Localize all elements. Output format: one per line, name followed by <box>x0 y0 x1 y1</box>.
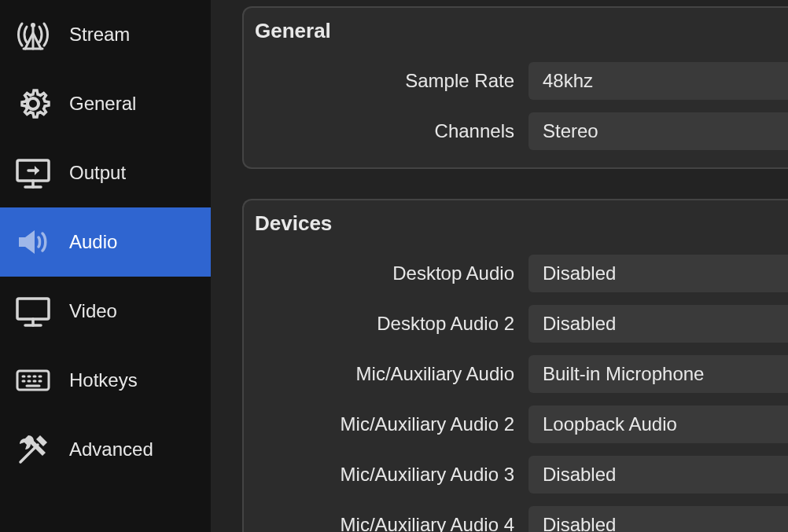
mic-aux-audio-select[interactable]: Built-in Microphone <box>528 355 788 393</box>
setting-row: Sample Rate 48khz <box>244 56 788 106</box>
antenna-icon <box>11 13 55 57</box>
setting-value: 48khz <box>543 70 593 92</box>
setting-value: Built-in Microphone <box>543 363 704 385</box>
panel-title: Devices <box>244 211 788 236</box>
sidebar-item-label: Video <box>69 300 117 322</box>
sidebar-item-stream[interactable]: Stream <box>0 0 211 69</box>
setting-label: Mic/Auxiliary Audio 3 <box>244 464 528 486</box>
sidebar-item-label: General <box>69 93 136 115</box>
sidebar-item-audio[interactable]: Audio <box>0 207 211 277</box>
sidebar-item-hotkeys[interactable]: Hotkeys <box>0 346 211 415</box>
sample-rate-select[interactable]: 48khz <box>528 62 788 100</box>
app-root: Stream General Output <box>0 0 788 532</box>
setting-row: Desktop Audio 2 Disabled <box>244 299 788 349</box>
keyboard-icon <box>11 358 55 402</box>
svg-rect-2 <box>17 299 49 319</box>
output-icon <box>11 151 55 195</box>
sidebar-item-label: Audio <box>69 231 117 253</box>
sidebar-item-label: Hotkeys <box>69 369 138 391</box>
panel-title: General <box>244 19 788 43</box>
setting-value: Loopback Audio <box>543 413 677 435</box>
setting-row: Mic/Auxiliary Audio 2 Loopback Audio <box>244 399 788 449</box>
sidebar-item-label: Advanced <box>69 438 153 460</box>
desktop-audio-2-select[interactable]: Disabled <box>528 305 788 343</box>
setting-label: Sample Rate <box>244 70 528 92</box>
setting-value: Stereo <box>543 120 598 142</box>
mic-aux-audio-4-select[interactable]: Disabled <box>528 506 788 532</box>
settings-main: General Sample Rate 48khz Channels Stere… <box>211 0 788 532</box>
setting-label: Mic/Auxiliary Audio 2 <box>244 413 528 435</box>
sidebar-item-label: Stream <box>69 24 130 46</box>
sidebar-item-general[interactable]: General <box>0 69 211 138</box>
setting-row: Channels Stereo <box>244 106 788 156</box>
gear-icon <box>11 82 55 126</box>
setting-value: Disabled <box>543 262 616 284</box>
sidebar-item-output[interactable]: Output <box>0 138 211 207</box>
setting-label: Mic/Auxiliary Audio <box>244 363 528 385</box>
setting-value: Disabled <box>543 313 616 335</box>
tools-icon <box>11 427 55 471</box>
panel-devices: Devices Desktop Audio Disabled Desktop A… <box>242 199 788 532</box>
setting-row: Mic/Auxiliary Audio 4 Disabled <box>244 500 788 532</box>
setting-row: Mic/Auxiliary Audio Built-in Microphone <box>244 349 788 399</box>
speaker-icon <box>11 220 55 264</box>
setting-label: Channels <box>244 120 528 142</box>
setting-value: Disabled <box>543 464 616 486</box>
setting-label: Desktop Audio 2 <box>244 313 528 335</box>
setting-row: Mic/Auxiliary Audio 3 Disabled <box>244 449 788 500</box>
setting-label: Desktop Audio <box>244 262 528 284</box>
setting-value: Disabled <box>543 514 616 532</box>
setting-label: Mic/Auxiliary Audio 4 <box>244 514 528 532</box>
setting-row: Desktop Audio Disabled <box>244 248 788 299</box>
sidebar-item-advanced[interactable]: Advanced <box>0 415 211 484</box>
panel-general: General Sample Rate 48khz Channels Stere… <box>242 6 788 169</box>
sidebar-item-video[interactable]: Video <box>0 277 211 346</box>
settings-sidebar: Stream General Output <box>0 0 211 532</box>
sidebar-item-label: Output <box>69 162 126 184</box>
monitor-icon <box>11 289 55 333</box>
mic-aux-audio-2-select[interactable]: Loopback Audio <box>528 405 788 443</box>
desktop-audio-select[interactable]: Disabled <box>528 255 788 292</box>
channels-select[interactable]: Stereo <box>528 112 788 150</box>
mic-aux-audio-3-select[interactable]: Disabled <box>528 456 788 493</box>
